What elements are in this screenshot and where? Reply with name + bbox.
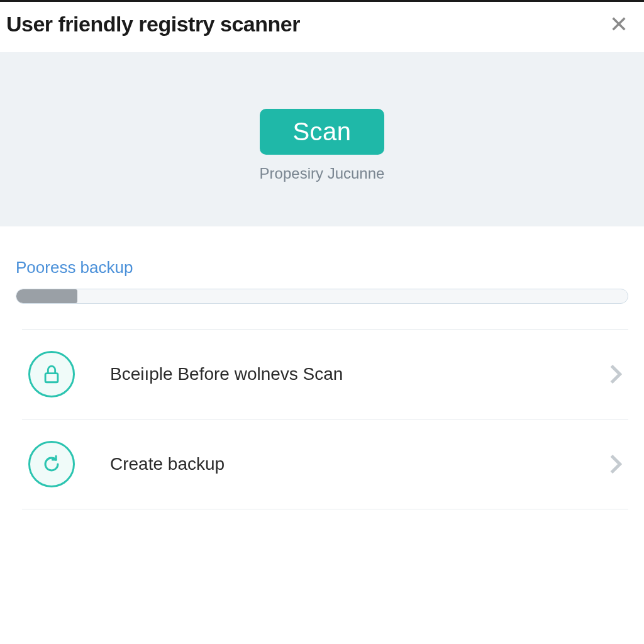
chevron-right-icon [609, 453, 622, 475]
progress-section: Pooress backup [0, 226, 644, 310]
refresh-icon [41, 453, 62, 475]
option-create-backup[interactable]: Create backup [22, 419, 628, 509]
option-scan-before[interactable]: Bceiıple Before wolnevs Scan [22, 330, 628, 419]
page-title: User friendly registry scanner [6, 12, 300, 36]
scan-panel: Scan Propesiry Jucunne [0, 52, 644, 226]
option-label: Create backup [110, 454, 609, 474]
close-icon [610, 15, 628, 33]
close-button[interactable] [606, 11, 631, 36]
option-label: Bceiıple Before wolnevs Scan [110, 364, 609, 384]
progress-bar [16, 289, 628, 304]
scan-button[interactable]: Scan [260, 109, 384, 155]
option-icon-circle [28, 351, 75, 397]
scan-subtext: Propesiry Jucunne [260, 165, 385, 182]
options-list: Bceiıple Before wolnevs Scan Create back… [0, 310, 644, 509]
progress-label: Pooress backup [16, 258, 628, 277]
option-icon-circle [28, 441, 75, 487]
progress-fill [16, 289, 77, 303]
chevron-right-icon [609, 364, 622, 385]
svg-rect-2 [45, 374, 58, 382]
lock-icon [41, 364, 62, 385]
divider [22, 509, 628, 509]
header: User friendly registry scanner [0, 2, 644, 52]
